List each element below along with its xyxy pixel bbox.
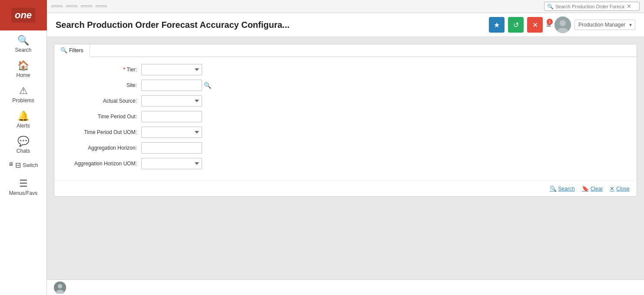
star-icon: ★ (494, 21, 500, 29)
sidebar-label-chats: Chats (17, 148, 30, 154)
app-logo[interactable]: one (0, 0, 47, 30)
site-label: Site: (63, 82, 141, 88)
top-search-icon: 🔍 (547, 3, 554, 10)
sidebar-label-search: Search (15, 47, 31, 53)
aggregation-horizon-uom-row: Aggregation Horizon UOM: (63, 158, 628, 169)
close-link-icon: ✕ (610, 185, 614, 192)
close-button[interactable]: ✕ (527, 17, 543, 33)
sidebar-label-problems: Problems (12, 97, 34, 104)
top-search-clear[interactable]: ✕ (627, 3, 631, 10)
sidebar-label-menus: Menus/Favs (9, 190, 37, 196)
time-period-out-uom-label: Time Period Out UOM: (63, 129, 141, 135)
top-search-bar: 🔍 ✕ (544, 2, 640, 11)
bell-icon: 🔔 (17, 111, 29, 122)
top-tab-2[interactable] (66, 5, 77, 7)
filter-tab-label: Filters (69, 47, 83, 54)
refresh-icon: ↺ (513, 21, 519, 29)
header-bar: Search Production Order Forecast Accurac… (47, 13, 644, 37)
filter-panel: 🔍 Filters * Tier: Site: (54, 44, 637, 197)
switch-icons: 🖥 ⊟ (8, 161, 21, 169)
site-input[interactable] (141, 80, 202, 91)
time-period-out-row: Time Period Out: (63, 111, 628, 122)
main-area: 🔍 ✕ Search Production Order Forecast Acc… (47, 0, 644, 295)
sidebar: one 🔍 Search 🏠 Home ⚠ Problems 🔔 Alerts … (0, 0, 47, 295)
clear-link-label: Clear (591, 186, 603, 192)
top-tab-3[interactable] (81, 5, 92, 7)
aggregation-horizon-uom-label: Aggregation Horizon UOM: (63, 161, 141, 167)
aggregation-horizon-input[interactable] (141, 142, 202, 154)
filter-body: * Tier: Site: 🔍 Actual Source: (54, 57, 637, 181)
close-icon: ✕ (532, 21, 538, 29)
site-search-icon[interactable]: 🔍 (204, 82, 211, 89)
sidebar-item-chats[interactable]: 💬 Chats (0, 131, 46, 157)
header-actions: ★ ↺ ✕ ≡ 1 Production Manager (489, 17, 635, 33)
search-link-icon: 🔍 (550, 185, 557, 192)
aggregation-horizon-uom-select[interactable] (141, 158, 202, 169)
sidebar-item-menus[interactable]: ☰ Menus/Favs (0, 174, 46, 199)
top-bar: 🔍 ✕ (47, 0, 644, 13)
page-title: Search Production Order Forecast Accurac… (56, 20, 485, 30)
top-search-input[interactable] (555, 4, 625, 9)
actual-source-select[interactable] (141, 95, 202, 107)
tier-label: * Tier: (63, 67, 141, 73)
search-link[interactable]: 🔍 Search (550, 185, 575, 192)
time-period-out-input[interactable] (141, 111, 202, 122)
close-link-label: Close (616, 186, 630, 192)
clear-link-icon: 🔖 (582, 185, 589, 192)
favorite-button[interactable]: ★ (489, 17, 505, 33)
switch-icon-1: 🖥 (8, 161, 13, 169)
sidebar-label-home: Home (16, 72, 30, 78)
sidebar-item-alerts[interactable]: 🔔 Alerts (0, 106, 46, 131)
time-period-out-label: Time Period Out: (63, 114, 141, 120)
logo-text: one (11, 8, 35, 23)
clear-link[interactable]: 🔖 Clear (582, 185, 603, 192)
refresh-button[interactable]: ↺ (508, 17, 524, 33)
content-area: 🔍 Filters * Tier: Site: (47, 37, 644, 279)
time-period-out-uom-row: Time Period Out UOM: (63, 127, 628, 138)
role-dropdown[interactable]: Production Manager (574, 20, 635, 30)
time-period-out-uom-select[interactable] (141, 127, 202, 138)
site-wrapper: 🔍 (141, 80, 211, 91)
avatar (554, 17, 571, 33)
aggregation-horizon-label: Aggregation Horizon: (63, 145, 141, 151)
actual-source-label: Actual Source: (63, 98, 141, 104)
svg-point-4 (58, 284, 62, 288)
bottom-bar (47, 279, 644, 295)
top-tab-4[interactable] (96, 5, 107, 7)
sidebar-item-home[interactable]: 🏠 Home (0, 56, 46, 81)
chat-icon: 💬 (17, 136, 29, 147)
svg-point-1 (560, 20, 566, 26)
aggregation-horizon-row: Aggregation Horizon: (63, 142, 628, 154)
warning-icon: ⚠ (19, 85, 28, 97)
menu-button[interactable]: ≡ 1 (546, 20, 551, 30)
switch-icon-2: ⊟ (15, 161, 21, 169)
tier-select[interactable] (141, 64, 202, 75)
sidebar-item-search[interactable]: 🔍 Search (0, 30, 46, 56)
site-row: Site: 🔍 (63, 80, 628, 91)
top-tab-1[interactable] (51, 5, 63, 7)
sidebar-item-problems[interactable]: ⚠ Problems (0, 81, 46, 106)
filter-tab-filters[interactable]: 🔍 Filters (54, 44, 90, 57)
filter-tab-icon: 🔍 (60, 47, 67, 54)
tier-row: * Tier: (63, 64, 628, 75)
sidebar-label-switch: Switch (23, 162, 38, 168)
notification-badge: 1 (547, 19, 553, 25)
search-link-label: Search (558, 186, 575, 192)
bottom-avatar[interactable] (54, 282, 66, 294)
close-link[interactable]: ✕ Close (610, 185, 630, 192)
sidebar-item-switch[interactable]: 🖥 ⊟ Switch (0, 157, 46, 174)
role-wrapper: Production Manager (574, 20, 635, 30)
menu-icon: ☰ (19, 178, 28, 189)
filter-footer: 🔍 Search 🔖 Clear ✕ Close (54, 181, 637, 196)
filter-tabs: 🔍 Filters (54, 44, 637, 57)
sidebar-label-alerts: Alerts (17, 123, 30, 129)
actual-source-row: Actual Source: (63, 95, 628, 107)
home-icon: 🏠 (17, 60, 29, 71)
search-icon: 🔍 (17, 35, 29, 46)
